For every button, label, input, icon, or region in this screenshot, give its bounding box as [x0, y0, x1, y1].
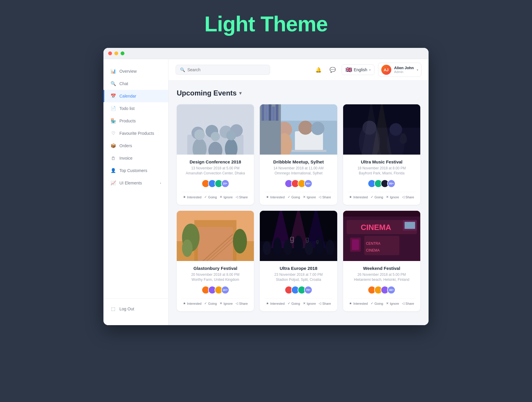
ignore-button-6[interactable]: ✕ Ignore	[386, 302, 399, 305]
sidebar-label-uielements: UI Elements	[119, 181, 142, 185]
sidebar-item-calendar[interactable]: 📅 Calendar	[103, 90, 168, 102]
section-title: Upcoming Events	[177, 89, 237, 97]
event-body-2: Dribbble Meetup, Sylhet 14 November 2018…	[260, 155, 337, 205]
interested-label: Interested	[353, 302, 368, 305]
svg-rect-25	[272, 107, 275, 121]
going-button-3[interactable]: ✓ Going	[371, 195, 383, 199]
event-body-5: Ultra Europe 2018 23 November 2018 at 7.…	[260, 261, 337, 311]
main-content: 🔍 🔔 💬 🇬🇧 English ▾	[168, 59, 429, 325]
svg-text:g: g	[316, 239, 319, 244]
event-body-4: Glastonbury Festival 20 November 2018 at…	[177, 261, 254, 311]
svg-rect-66	[405, 222, 415, 229]
language-label: English	[354, 67, 367, 72]
sidebar-item-overview[interactable]: 📊 Overview	[103, 65, 168, 77]
star-icon: ★	[266, 195, 269, 199]
ignore-button-4[interactable]: ✕ Ignore	[220, 302, 233, 305]
going-button-2[interactable]: ✓ Going	[288, 195, 300, 199]
favourite-icon: ♡	[111, 131, 116, 136]
event-location-2: Omnnego International, Sylhet	[265, 171, 332, 175]
sidebar-item-favourite[interactable]: ♡ Favourite Products	[103, 127, 168, 140]
star-icon: ★	[349, 302, 352, 305]
ignore-label: Ignore	[390, 195, 399, 199]
going-button-6[interactable]: ✓ Going	[371, 302, 383, 305]
window-btn-minimize[interactable]	[114, 51, 118, 55]
svg-point-20	[311, 122, 325, 135]
share-label: Share	[322, 302, 331, 305]
share-button-6[interactable]: ◁ Share	[402, 302, 414, 305]
event-card-1: Design Conference 2018 13 November 2018 …	[177, 104, 254, 205]
ignore-button-5[interactable]: ✕ Ignore	[303, 302, 316, 305]
event-location-1: Amanullah Convection Center, Dhaka	[181, 171, 249, 175]
going-button-1[interactable]: ✓ Going	[204, 195, 217, 199]
window-btn-close[interactable]	[108, 51, 112, 55]
messages-button[interactable]: 💬	[327, 64, 338, 75]
going-button-4[interactable]: ✓ Going	[204, 302, 217, 305]
going-button-5[interactable]: ✓ Going	[288, 302, 300, 305]
sidebar-item-uielements[interactable]: 📈 UI Elements ›	[103, 177, 168, 189]
sidebar-item-products[interactable]: 🏪 Products	[103, 115, 168, 127]
interested-label: Interested	[270, 302, 285, 305]
share-button-4[interactable]: ◁ Share	[236, 302, 248, 305]
sidebar-label-favourite: Favourite Products	[119, 131, 154, 136]
share-button-2[interactable]: ◁ Share	[319, 195, 331, 199]
notifications-button[interactable]: 🔔	[313, 64, 324, 75]
share-button-1[interactable]: ◁ Share	[236, 195, 248, 199]
ignore-button-2[interactable]: ✕ Ignore	[303, 195, 316, 199]
interested-button-4[interactable]: ★ Interested	[183, 302, 202, 305]
interested-button-2[interactable]: ★ Interested	[266, 195, 285, 199]
section-chevron-icon[interactable]: ▾	[239, 90, 242, 96]
svg-point-50	[305, 241, 313, 255]
interested-button-1[interactable]: ★ Interested	[183, 195, 202, 199]
flag-icon: 🇬🇧	[346, 67, 352, 73]
share-label: Share	[239, 302, 248, 305]
window-btn-maximize[interactable]	[121, 51, 124, 55]
event-attendees-5: 78+	[265, 286, 332, 294]
sidebar-item-invoice[interactable]: 🗒 Invoice	[103, 152, 168, 164]
event-card-3: Ultra Music Festival 18 November 2018 at…	[343, 104, 420, 205]
event-body-3: Ultra Music Festival 18 November 2018 at…	[343, 155, 420, 205]
sidebar-item-orders[interactable]: 📦 Orders	[103, 140, 168, 152]
sidebar-item-topcustomers[interactable]: 👤 Top Customers	[103, 164, 168, 177]
chevron-down-icon: ▾	[369, 68, 371, 72]
star-icon: ★	[183, 302, 186, 305]
sidebar-label-orders: Orders	[119, 143, 132, 148]
sidebar-item-todo[interactable]: 📄 Todo list	[103, 102, 168, 115]
orders-icon: 📦	[111, 143, 116, 148]
search-box[interactable]: 🔍	[176, 65, 270, 75]
language-selector[interactable]: 🇬🇧 English ▾	[342, 64, 374, 75]
sidebar-bottom: ⬚ Log Out	[103, 298, 168, 319]
logout-button[interactable]: ⬚ Log Out	[111, 303, 161, 315]
share-button-3[interactable]: ◁ Share	[402, 195, 414, 199]
share-icon: ◁	[236, 195, 238, 199]
browser-window: 📊 Overview 🔍 Chat 📅 Calendar 📄 Todo list	[103, 48, 429, 325]
avatar: AJ	[381, 65, 391, 75]
share-button-5[interactable]: ◁ Share	[319, 302, 331, 305]
topcustomers-icon: 👤	[111, 168, 116, 173]
svg-point-49	[294, 236, 303, 255]
event-location-5: Stadion Poljud, Split, Croatia	[265, 278, 332, 282]
ignore-button-3[interactable]: ✕ Ignore	[386, 195, 399, 199]
event-image-3	[343, 104, 420, 155]
svg-rect-16	[291, 150, 327, 152]
ignore-label: Ignore	[223, 302, 233, 305]
ignore-button-1[interactable]: ✕ Ignore	[220, 195, 233, 199]
app-layout: 📊 Overview 🔍 Chat 📅 Calendar 📄 Todo list	[103, 59, 429, 325]
user-menu[interactable]: AJ Alien John Admin ▾	[378, 63, 421, 77]
event-attendees-4: 1K+	[181, 286, 249, 294]
star-icon: ★	[266, 302, 269, 305]
bell-icon: 🔔	[315, 67, 322, 73]
interested-button-5[interactable]: ★ Interested	[266, 302, 285, 305]
share-icon: ◁	[402, 302, 404, 305]
svg-point-8	[194, 129, 205, 140]
svg-rect-23	[265, 105, 268, 121]
share-label: Share	[239, 195, 248, 199]
event-actions-2: ★ Interested ✓ Going ✕ Ignore	[265, 192, 332, 200]
svg-point-52	[326, 240, 335, 255]
chevron-right-icon: ›	[160, 181, 161, 185]
event-attendees-2: 90+	[265, 179, 332, 188]
sidebar-item-chat[interactable]: 🔍 Chat	[103, 77, 168, 90]
interested-button-6[interactable]: ★ Interested	[349, 302, 368, 305]
going-label: Going	[291, 195, 300, 199]
search-input[interactable]	[187, 67, 266, 72]
interested-button-3[interactable]: ★ Interested	[349, 195, 368, 199]
